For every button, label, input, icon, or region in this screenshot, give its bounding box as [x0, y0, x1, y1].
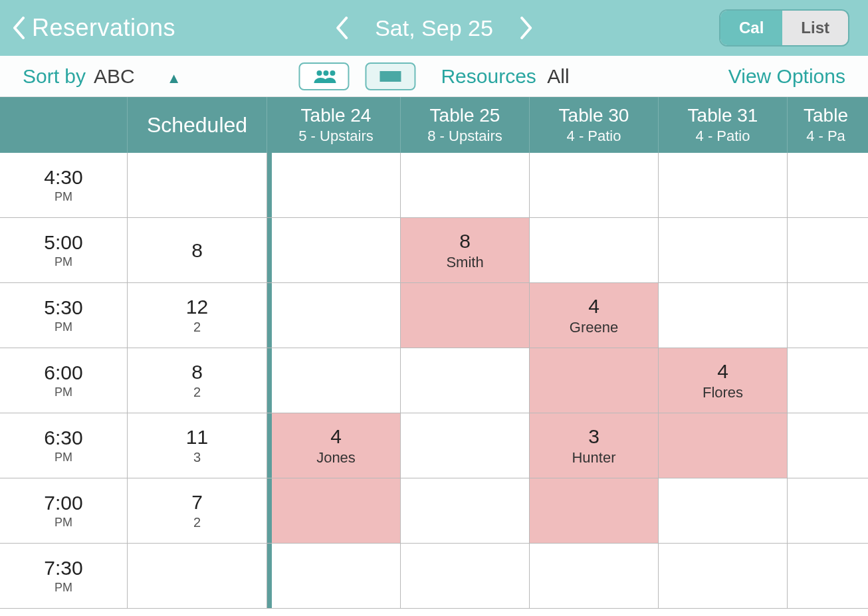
time-column-header [0, 97, 128, 153]
scheduled-cell[interactable]: 82 [128, 348, 267, 413]
reservation-cell[interactable]: 4Flores [659, 348, 788, 413]
table-column-header[interactable]: Table 24 5 - Upstairs [272, 97, 401, 153]
navbar: Reservations Sat, Sep 25 Cal List [0, 0, 868, 56]
empty-cell[interactable] [788, 283, 864, 348]
reservation-cell[interactable]: 4Greene [530, 283, 659, 348]
prev-day-button[interactable] [335, 17, 348, 39]
scheduled-cell[interactable] [128, 544, 267, 608]
time-label: 4:30 [44, 166, 82, 189]
empty-cell[interactable] [530, 544, 659, 608]
column-divider [267, 283, 272, 348]
scheduled-cell[interactable]: 113 [128, 413, 267, 478]
ampm-label: PM [54, 255, 72, 269]
empty-cell[interactable] [401, 544, 530, 608]
empty-cell[interactable] [272, 153, 401, 217]
time-row: 5:00PM88Smith [0, 218, 868, 283]
table-column-header[interactable]: Table 25 8 - Upstairs [401, 97, 530, 153]
empty-cell[interactable] [401, 348, 530, 413]
empty-cell[interactable] [401, 478, 530, 543]
column-divider [267, 478, 272, 543]
empty-cell[interactable] [401, 413, 530, 478]
column-headers: Scheduled Table 24 5 - Upstairs Table 25… [0, 97, 868, 153]
scheduled-cell[interactable]: 122 [128, 283, 267, 348]
time-label: 6:30 [44, 427, 82, 449]
sort-label: Sort by [23, 65, 86, 88]
party-size: 4 [588, 295, 599, 318]
list-view-button[interactable]: List [782, 11, 848, 45]
table-column-header[interactable]: Table 30 4 - Patio [530, 97, 659, 153]
empty-cell[interactable] [659, 153, 788, 217]
view-toggle: Cal List [719, 9, 849, 47]
empty-cell[interactable] [659, 478, 788, 543]
scheduled-count: 11 [186, 426, 208, 449]
table-header-sub: 8 - Upstairs [427, 128, 502, 145]
empty-cell[interactable] [659, 218, 788, 282]
people-icon [311, 68, 336, 84]
scheduled-cell[interactable] [128, 153, 267, 217]
reservation-cell[interactable]: 8Smith [401, 218, 530, 282]
ampm-label: PM [54, 516, 72, 530]
table-column-header[interactable]: Table 31 4 - Patio [659, 97, 788, 153]
reservation-cell[interactable]: 3Hunter [530, 413, 659, 478]
time-row: 7:30PM [0, 544, 868, 609]
guest-name: Flores [703, 384, 743, 401]
people-view-button[interactable] [298, 62, 349, 90]
back-label: Reservations [32, 14, 175, 42]
resources-filter[interactable]: Resources All [441, 65, 569, 88]
next-day-button[interactable] [520, 17, 533, 39]
empty-cell[interactable] [788, 218, 864, 282]
time-cell: 7:00PM [0, 478, 128, 543]
time-row: 6:00PM824Flores [0, 348, 868, 413]
reservation-cell[interactable]: 4Jones [272, 413, 401, 478]
empty-cell[interactable] [530, 153, 659, 217]
guest-name: Smith [446, 254, 483, 271]
date-label[interactable]: Sat, Sep 25 [375, 15, 493, 41]
svg-rect-3 [380, 71, 401, 82]
table-header-sub: 4 - Pa [806, 128, 845, 145]
empty-cell[interactable] [272, 283, 401, 348]
reservation-cell[interactable] [272, 478, 401, 543]
time-label: 6:00 [44, 361, 82, 384]
table-view-button[interactable] [365, 62, 415, 90]
column-divider [267, 218, 272, 282]
reservation-cell[interactable] [530, 478, 659, 543]
empty-cell[interactable] [788, 153, 864, 217]
empty-cell[interactable] [530, 218, 659, 282]
empty-cell[interactable] [659, 283, 788, 348]
time-cell: 5:00PM [0, 218, 128, 282]
cal-view-button[interactable]: Cal [720, 11, 782, 45]
view-options-button[interactable]: View Options [728, 65, 845, 88]
guest-name: Hunter [572, 449, 615, 466]
empty-cell[interactable] [788, 413, 864, 478]
scheduled-cell[interactable]: 72 [128, 478, 267, 543]
resources-value: All [547, 65, 569, 87]
column-divider [267, 97, 272, 153]
sort-direction-icon[interactable]: ▲ [167, 70, 181, 87]
reservation-cell[interactable] [659, 413, 788, 478]
empty-cell[interactable] [788, 348, 864, 413]
table-header-sub: 4 - Patio [696, 128, 750, 145]
empty-cell[interactable] [272, 348, 401, 413]
column-divider [267, 413, 272, 478]
empty-cell[interactable] [401, 153, 530, 217]
scheduled-cell[interactable]: 8 [128, 218, 267, 282]
scheduled-header-label: Scheduled [147, 113, 247, 138]
empty-cell[interactable] [272, 544, 401, 608]
back-button[interactable]: Reservations [12, 14, 175, 42]
reservation-cell[interactable] [401, 283, 530, 348]
empty-cell[interactable] [272, 218, 401, 282]
empty-cell[interactable] [659, 544, 788, 608]
ampm-label: PM [54, 451, 72, 464]
time-row: 4:30PM [0, 153, 868, 218]
scheduled-sub: 2 [193, 385, 201, 400]
empty-cell[interactable] [788, 478, 864, 543]
resources-label: Resources [441, 65, 536, 87]
empty-cell[interactable] [788, 544, 864, 608]
table-header-title: Table 24 [301, 105, 372, 126]
table-column-header[interactable]: Table 4 - Pa [788, 97, 864, 153]
guest-name: Jones [316, 449, 356, 466]
scheduled-column-header: Scheduled [128, 97, 267, 153]
reservation-cell[interactable] [530, 348, 659, 413]
sort-control[interactable]: Sort by ABC ▲ [23, 65, 181, 88]
date-navigator: Sat, Sep 25 [335, 15, 533, 41]
